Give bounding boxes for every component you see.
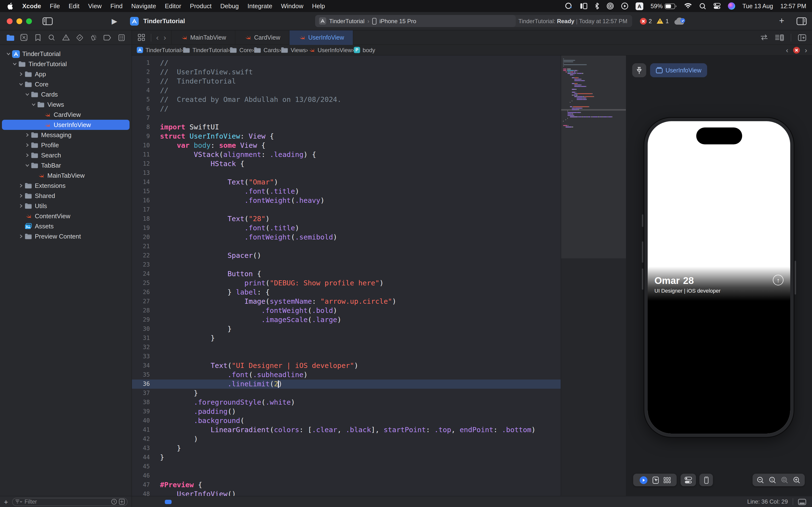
menu-bar-time[interactable]: 12:57 PM — [780, 3, 806, 9]
device-settings-button[interactable] — [684, 476, 692, 484]
control-center-icon[interactable] — [713, 3, 721, 9]
menu-view[interactable]: View — [84, 2, 106, 10]
source-control-status-icon[interactable] — [119, 499, 125, 505]
breakpoints-navigator-icon[interactable] — [102, 32, 113, 43]
disclosure-closed-icon[interactable] — [17, 72, 24, 76]
code-line-2[interactable]: 2// UserInfoView.swift — [132, 68, 561, 77]
disclosure-open-icon[interactable] — [17, 82, 24, 87]
sidebar-item-tindertutorial[interactable]: TinderTutorial — [0, 59, 132, 69]
pin-preview-button[interactable] — [632, 63, 646, 77]
sidebar-item-tindertutorial[interactable]: TinderTutorial — [0, 49, 132, 59]
code-line-24[interactable]: 24 Button { — [132, 270, 561, 279]
code-line-30[interactable]: 30 } — [132, 325, 561, 334]
code-line-17[interactable]: 17 — [132, 205, 561, 214]
breadcrumb-views[interactable]: Views — [281, 47, 306, 53]
sidebar-item-messaging[interactable]: Messaging — [0, 130, 132, 140]
iphone-preview-device[interactable]: Omar28 UI Designer | iOS developer ↑ — [644, 118, 794, 437]
add-editor-icon[interactable] — [798, 34, 806, 41]
sidebar-item-maintabview[interactable]: MainTabView — [0, 170, 132, 181]
breakpoint-indicator[interactable] — [165, 500, 171, 504]
sidebar-item-tabbar[interactable]: TabBar — [0, 160, 132, 170]
scheme-device-chip[interactable]: TinderTutorial › iPhone 15 Pro — [315, 15, 516, 27]
input-source-icon[interactable]: A — [636, 2, 643, 10]
sidebar-item-preview-content[interactable]: Preview Content — [0, 231, 132, 241]
preview-device-button[interactable] — [704, 476, 708, 484]
warning-badge[interactable]: 1 — [656, 18, 669, 24]
sidebar-item-shared[interactable]: Shared — [0, 191, 132, 201]
airdrop-icon[interactable] — [607, 2, 614, 10]
code-line-34[interactable]: 34 Text("UI Designer | iOS developer") — [132, 361, 561, 370]
sidebar-item-core[interactable]: Core — [0, 79, 132, 89]
add-item-button[interactable]: + — [779, 16, 784, 26]
disclosure-closed-icon[interactable] — [24, 133, 31, 137]
tab-userinfoview[interactable]: UserInfoView — [290, 30, 353, 45]
back-button[interactable]: ‹ — [151, 33, 164, 42]
code-line-26[interactable]: 26 } label: { — [132, 288, 561, 297]
live-preview-button[interactable] — [639, 476, 648, 484]
code-line-13[interactable]: 13 — [132, 169, 561, 178]
code-line-47[interactable]: 47#Preview { — [132, 481, 561, 490]
sidebar-item-cards[interactable]: Cards — [0, 89, 132, 100]
zoom-fit-icon[interactable] — [781, 476, 788, 484]
breadcrumb-tindertutorial[interactable]: TinderTutorial — [183, 47, 227, 53]
source-editor[interactable]: 1//2// UserInfoView.swift3// TinderTutor… — [132, 56, 561, 496]
code-line-16[interactable]: 16 .fontWeight(.heavy) — [132, 196, 561, 205]
run-button[interactable]: ▶ — [112, 17, 117, 25]
issue-badge-icon[interactable] — [793, 47, 800, 53]
related-items-icon[interactable] — [132, 34, 151, 41]
close-window-button[interactable] — [7, 18, 12, 24]
disclosure-closed-icon[interactable] — [24, 143, 31, 147]
code-line-4[interactable]: 4// — [132, 86, 561, 95]
sidebar-item-utils[interactable]: Utils — [0, 201, 132, 211]
code-line-48[interactable]: 48 UserInfoView() — [132, 490, 561, 496]
code-line-28[interactable]: 28 .fontWeight(.bold) — [132, 306, 561, 315]
code-line-46[interactable]: 46 — [132, 471, 561, 481]
code-line-19[interactable]: 19 .font(.title) — [132, 224, 561, 233]
apple-menu-icon[interactable] — [7, 2, 13, 10]
code-line-8[interactable]: 8import SwiftUI — [132, 123, 561, 132]
sidebar-item-views[interactable]: Views — [0, 100, 132, 110]
bookmarks-navigator-icon[interactable] — [33, 32, 43, 43]
disclosure-open-icon[interactable] — [24, 163, 31, 168]
code-line-3[interactable]: 3// TinderTutorial — [132, 77, 561, 86]
code-line-37[interactable]: 37 } — [132, 389, 561, 398]
disclosure-closed-icon[interactable] — [17, 183, 24, 188]
menu-file[interactable]: File — [45, 2, 64, 10]
stage-manager-icon[interactable] — [580, 3, 587, 9]
code-line-25[interactable]: 25 print("DEBUG: Show profile here") — [132, 279, 561, 288]
code-line-20[interactable]: 20 .fontWeight(.semibold) — [132, 233, 561, 242]
recent-files-icon[interactable] — [111, 499, 117, 505]
code-line-29[interactable]: 29 .imageScale(.large) — [132, 315, 561, 325]
breadcrumb-core[interactable]: Core — [230, 47, 252, 53]
preview-target-chip[interactable]: UserInfoView — [650, 63, 707, 77]
find-navigator-icon[interactable] — [47, 32, 57, 43]
menu-navigate[interactable]: Navigate — [127, 2, 160, 10]
battery-indicator[interactable]: 59% — [651, 3, 677, 9]
next-issue-icon[interactable]: › — [805, 46, 807, 54]
menu-editor[interactable]: Editor — [160, 2, 186, 10]
menu-find[interactable]: Find — [106, 2, 127, 10]
code-line-22[interactable]: 22 Spacer() — [132, 251, 561, 260]
breadcrumb-cards[interactable]: Cards — [254, 47, 279, 53]
toggle-inspector-icon[interactable] — [797, 17, 807, 25]
code-line-39[interactable]: 39 .padding() — [132, 407, 561, 416]
changes-navigator-icon[interactable] — [19, 32, 30, 43]
code-line-18[interactable]: 18 Text("28") — [132, 214, 561, 224]
disclosure-closed-icon[interactable] — [24, 153, 31, 157]
issues-navigator-icon[interactable] — [60, 32, 71, 43]
variants-button[interactable] — [663, 477, 671, 483]
menu-window[interactable]: Window — [277, 2, 308, 10]
debug-navigator-icon[interactable] — [88, 32, 99, 43]
previous-issue-icon[interactable]: ‹ — [786, 46, 788, 54]
disclosure-closed-icon[interactable] — [17, 204, 24, 208]
menu-edit[interactable]: Edit — [64, 2, 84, 10]
sidebar-item-profile[interactable]: Profile — [0, 140, 132, 150]
code-line-41[interactable]: 41 LinearGradient(colors: [.clear, .blac… — [132, 426, 561, 435]
zoom-100-icon[interactable]: 1 — [769, 476, 776, 484]
code-line-45[interactable]: 45 — [132, 462, 561, 471]
zoom-out-icon[interactable] — [757, 476, 764, 484]
code-line-43[interactable]: 43 } — [132, 444, 561, 453]
bluetooth-icon[interactable] — [595, 2, 599, 10]
toggle-navigator-icon[interactable] — [43, 17, 53, 25]
sidebar-item-app[interactable]: App — [0, 69, 132, 79]
